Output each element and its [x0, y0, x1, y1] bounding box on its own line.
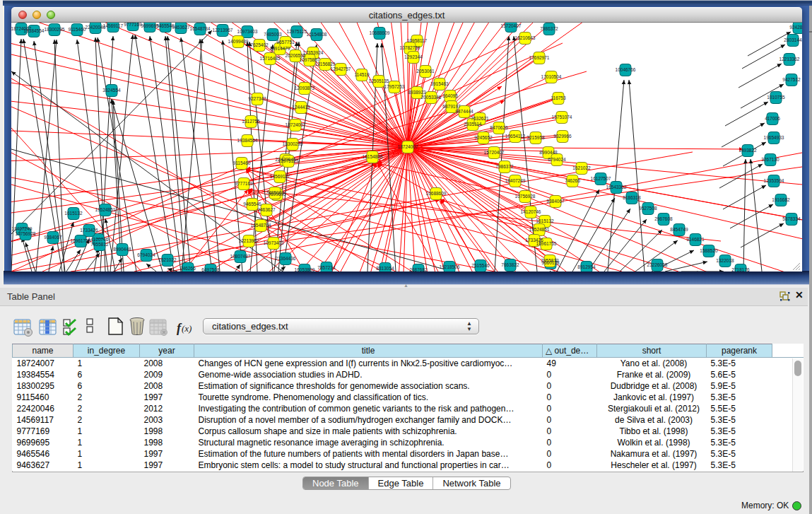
svg-text:9384067: 9384067	[44, 235, 62, 240]
svg-text:6794024: 6794024	[548, 157, 566, 162]
svg-text:8990448: 8990448	[539, 150, 558, 155]
svg-text:3215958: 3215958	[526, 135, 545, 140]
svg-text:3915463: 3915463	[430, 81, 449, 86]
svg-text:10973403: 10973403	[237, 29, 258, 34]
svg-text:6794024: 6794024	[137, 252, 155, 257]
svg-text:7857234: 7857234	[317, 265, 336, 270]
svg-text:1621022: 1621022	[572, 165, 591, 170]
svg-text:18407249: 18407249	[12, 226, 33, 231]
svg-text:1621022: 1621022	[158, 257, 177, 262]
svg-text:21364436: 21364436	[276, 256, 296, 261]
svg-text:116753: 116753	[551, 95, 566, 100]
svg-text:9146821: 9146821	[686, 237, 705, 242]
svg-text:10688609: 10688609	[426, 191, 447, 196]
svg-text:16548784: 16548784	[190, 26, 211, 31]
svg-text:1493822: 1493822	[739, 148, 757, 153]
svg-text:2803144: 2803144	[784, 37, 802, 42]
svg-text:8938923: 8938923	[408, 90, 426, 95]
svg-text:15751074: 15751074	[552, 115, 572, 119]
svg-text:12213967: 12213967	[213, 28, 233, 33]
svg-text:18300295: 18300295	[283, 141, 303, 146]
svg-text:9427512: 9427512	[782, 77, 801, 82]
svg-text:8470626: 8470626	[490, 125, 508, 130]
svg-text:1010755: 1010755	[767, 95, 785, 100]
svg-text:14120746: 14120746	[521, 209, 541, 214]
svg-text:19384554: 19384554	[237, 138, 258, 143]
svg-text:114519: 114519	[354, 72, 370, 77]
svg-text:19384554: 19384554	[24, 28, 45, 33]
svg-text:7663822: 7663822	[501, 262, 519, 267]
svg-text:12942757: 12942757	[331, 66, 351, 71]
svg-text:9465546: 9465546	[243, 201, 261, 206]
svg-text:16154808: 16154808	[363, 154, 383, 159]
svg-text:8454749: 8454749	[670, 227, 688, 232]
svg-text:14569117: 14569117	[270, 174, 290, 179]
svg-text:9527508: 9527508	[639, 206, 657, 211]
svg-text:164095: 164095	[442, 93, 458, 98]
svg-text:9657751: 9657751	[276, 40, 295, 45]
svg-text:7955812: 7955812	[541, 258, 559, 263]
svg-text:6879197: 6879197	[442, 104, 461, 109]
svg-text:18724007: 18724007	[286, 122, 306, 127]
svg-text:9777169: 9777169	[235, 181, 253, 186]
svg-text:1615132: 1615132	[536, 218, 554, 223]
svg-text:9463627: 9463627	[257, 207, 276, 212]
svg-text:12213967: 12213967	[239, 238, 259, 243]
svg-text:16548784: 16548784	[251, 223, 271, 228]
svg-text:7986372: 7986372	[495, 164, 514, 169]
svg-text:1916682: 1916682	[772, 197, 790, 202]
svg-text:7632621: 7632621	[471, 116, 489, 121]
svg-text:10756928: 10756928	[16, 231, 36, 236]
svg-text:7955812: 7955812	[90, 242, 109, 247]
svg-text:16961755: 16961755	[536, 241, 557, 246]
svg-text:12093872: 12093872	[295, 86, 315, 90]
svg-text:14120746: 14120746	[88, 237, 109, 242]
svg-text:17010504: 17010504	[541, 74, 562, 79]
svg-text:17353924: 17353924	[303, 50, 324, 55]
svg-text:2967608: 2967608	[654, 216, 673, 221]
svg-text:9115460: 9115460	[69, 27, 86, 32]
svg-text:9384067: 9384067	[546, 199, 565, 204]
svg-text:12505135: 12505135	[369, 78, 389, 83]
svg-text:10688609: 10688609	[370, 30, 390, 35]
svg-text:10973403: 10973403	[264, 240, 284, 245]
svg-text:(x): (x)	[182, 323, 192, 334]
svg-text:12156829: 12156829	[315, 62, 336, 66]
svg-text:23226058: 23226058	[647, 262, 668, 267]
svg-text:2935114: 2935114	[464, 122, 482, 127]
svg-text:7485003: 7485003	[266, 190, 284, 195]
svg-text:17957253: 17957253	[384, 84, 405, 89]
svg-text:5878334: 5878334	[782, 216, 801, 221]
svg-text:15914479: 15914479	[270, 46, 290, 51]
svg-text:1322018: 1322018	[716, 258, 734, 263]
svg-text:14569117: 14569117	[103, 23, 124, 28]
svg-text:7625402: 7625402	[250, 42, 269, 47]
svg-text:16210643: 16210643	[515, 35, 536, 40]
svg-text:15720407: 15720407	[484, 150, 505, 155]
svg-text:16961755: 16961755	[71, 238, 91, 243]
svg-text:9242848: 9242848	[789, 25, 802, 30]
svg-text:8912954: 8912954	[577, 264, 596, 269]
svg-text:16543362: 16543362	[606, 185, 627, 189]
svg-text:18724007: 18724007	[398, 144, 418, 149]
svg-text:3267130: 3267130	[761, 157, 779, 162]
svg-text:10756928: 10756928	[515, 194, 536, 199]
svg-text:746266: 746266	[180, 266, 196, 271]
svg-text:10654112: 10654112	[505, 134, 526, 139]
svg-text:12213362: 12213362	[779, 57, 800, 62]
svg-text:15716485: 15716485	[260, 56, 281, 61]
svg-text:19524851: 19524851	[529, 227, 550, 232]
svg-text:3824554: 3824554	[102, 88, 121, 93]
svg-text:19654933: 19654933	[764, 135, 784, 140]
svg-text:9329966: 9329966	[553, 134, 572, 139]
svg-text:417006: 417006	[765, 116, 780, 121]
svg-text:10782759: 10782759	[400, 45, 420, 50]
svg-text:8813054: 8813054	[376, 266, 394, 271]
svg-text:10958117: 10958117	[407, 38, 428, 43]
svg-text:1615132: 1615132	[64, 211, 83, 216]
svg-text:10807487: 10807487	[230, 254, 251, 259]
svg-text:746266: 746266	[565, 178, 580, 183]
svg-text:6497508: 6497508	[201, 267, 220, 271]
svg-text:19524851: 19524851	[95, 207, 116, 212]
svg-text:20053346: 20053346	[421, 95, 442, 100]
